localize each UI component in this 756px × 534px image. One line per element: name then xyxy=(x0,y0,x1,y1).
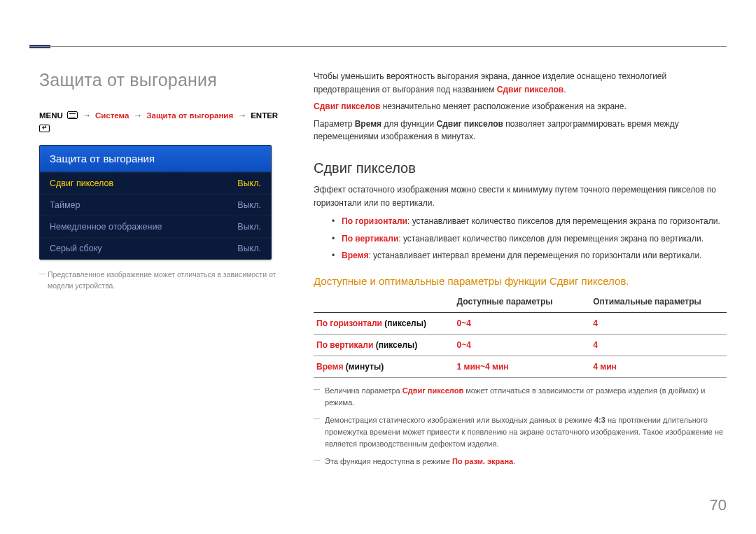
row-available: 1 мин~4 мин xyxy=(454,356,591,377)
osd-row-value: Выкл. xyxy=(237,244,261,253)
note-1: Величина параметра Сдвиг пикселов может … xyxy=(314,385,727,409)
bullet-list: По горизонтали: устанавливает количество… xyxy=(332,215,727,262)
page-number: 70 xyxy=(710,496,727,514)
menu-icon xyxy=(67,111,78,119)
osd-row-label: Сдвиг пикселов xyxy=(50,178,113,188)
osd-row-timer[interactable]: Таймер Выкл. xyxy=(40,194,271,216)
table-subhead: Доступные и оптимальные параметры функци… xyxy=(314,275,727,287)
intro-p1: Чтобы уменьшить вероятность выгорания эк… xyxy=(314,70,727,96)
bullet-horizontal: По горизонтали: устанавливает количество… xyxy=(332,215,727,228)
arrow-icon: → xyxy=(133,110,142,120)
osd-title: Защита от выгорания xyxy=(40,146,271,172)
row-optimal: 4 мин xyxy=(590,356,727,377)
breadcrumb-system: Система xyxy=(95,111,129,120)
intro-p2: Сдвиг пикселов незначительно меняет расп… xyxy=(314,100,727,113)
osd-row-label: Немедленное отображение xyxy=(50,222,162,232)
row-optimal: 4 xyxy=(590,312,727,334)
note-3: Эта функция недоступна в режиме По разм.… xyxy=(314,456,727,468)
table-row: По вертикали (пикселы) 0~4 4 xyxy=(314,334,727,356)
enter-icon xyxy=(39,125,50,132)
row-label: Время (минуты) xyxy=(314,356,454,377)
header-rule xyxy=(29,46,727,47)
osd-row-pixel-shift[interactable]: Сдвиг пикселов Выкл. xyxy=(40,172,271,194)
arrow-icon: → xyxy=(237,110,246,120)
params-table: Доступные параметры Оптимальные параметр… xyxy=(314,293,727,378)
table-row: По горизонтали (пикселы) 0~4 4 xyxy=(314,312,727,334)
osd-row-immediate[interactable]: Немедленное отображение Выкл. xyxy=(40,216,271,237)
section-title: Сдвиг пикселов xyxy=(314,160,727,176)
intro-p3: Параметр Время для функции Сдвиг пиксело… xyxy=(314,118,727,143)
breadcrumb-enter: ENTER xyxy=(251,111,278,120)
osd-row-value: Выкл. xyxy=(237,200,261,210)
row-label: По вертикали (пикселы) xyxy=(314,334,454,356)
page-title: Защита от выгорания xyxy=(39,70,283,90)
right-column: Чтобы уменьшить вероятность выгорания эк… xyxy=(314,70,727,473)
osd-menu: Защита от выгорания Сдвиг пикселов Выкл.… xyxy=(39,145,272,260)
osd-row-side-gray[interactable]: Серый сбоку Выкл. xyxy=(40,237,271,259)
left-column: Защита от выгорания MENU → Система → Защ… xyxy=(39,70,283,473)
row-available: 0~4 xyxy=(454,334,591,356)
breadcrumb: MENU → Система → Защита от выгорания → E… xyxy=(39,110,283,132)
osd-row-label: Таймер xyxy=(50,200,80,210)
row-optimal: 4 xyxy=(590,334,727,356)
row-available: 0~4 xyxy=(454,312,591,334)
page-content: Защита от выгорания MENU → Система → Защ… xyxy=(0,0,756,473)
notes: Величина параметра Сдвиг пикселов может … xyxy=(314,385,727,468)
breadcrumb-protection: Защита от выгорания xyxy=(146,111,233,120)
th-optimal: Оптимальные параметры xyxy=(590,293,727,313)
bullet-vertical: По вертикали: устанавливает количество п… xyxy=(332,232,727,246)
th-available: Доступные параметры xyxy=(454,293,591,313)
image-disclaimer: Представленное изображение может отличат… xyxy=(39,269,283,292)
table-row: Время (минуты) 1 мин~4 мин 4 мин xyxy=(314,356,727,377)
bullet-time: Время: устанавливает интервал времени дл… xyxy=(332,249,727,262)
th-empty xyxy=(314,293,454,313)
osd-row-label: Серый сбоку xyxy=(50,244,102,253)
osd-row-value: Выкл. xyxy=(237,178,261,188)
arrow-icon: → xyxy=(82,110,91,120)
breadcrumb-menu: MENU xyxy=(39,111,63,120)
row-label: По горизонтали (пикселы) xyxy=(314,312,454,334)
section-lead: Эффект остаточного изображения можно све… xyxy=(314,183,727,209)
osd-row-value: Выкл. xyxy=(237,222,261,232)
note-2: Демонстрация статического изображения ил… xyxy=(314,414,727,450)
